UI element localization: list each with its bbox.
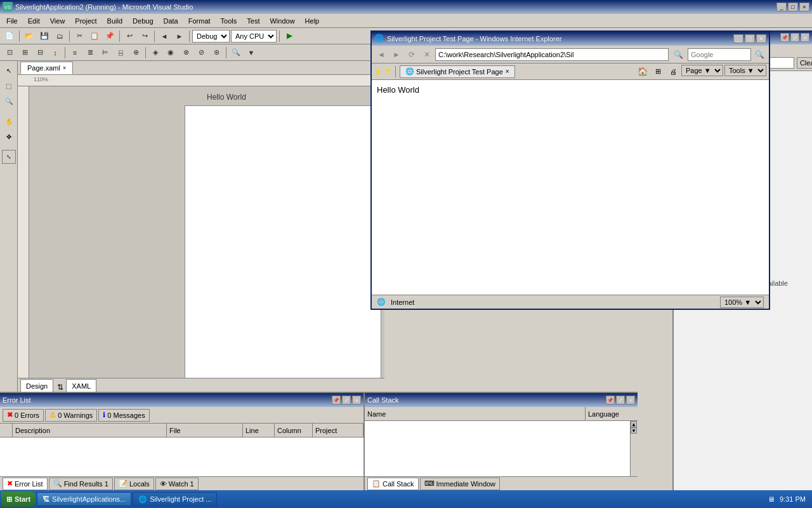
- tb2-btn3[interactable]: ⊟: [33, 46, 47, 60]
- properties-float-button[interactable]: ⤢: [790, 33, 799, 42]
- play-button[interactable]: ▶: [282, 29, 296, 43]
- error-list-tab[interactable]: ✖ Error List: [3, 478, 48, 490]
- design-view-tab[interactable]: Design: [20, 379, 53, 392]
- save-all-button[interactable]: 🗂: [53, 29, 67, 43]
- tb2-btn14[interactable]: ⊛: [209, 46, 223, 60]
- ie-tab-active[interactable]: 🌐 Silverlight Project Test Page ×: [400, 65, 515, 78]
- swap-tabs-icon[interactable]: ⇅: [57, 383, 63, 392]
- ie-zoom-combo[interactable]: 100% ▼: [720, 297, 764, 308]
- debug-config-combo[interactable]: Debug: [192, 30, 230, 43]
- callstack-pin-button[interactable]: 📌: [606, 396, 615, 404]
- callstack-close-button[interactable]: ×: [626, 396, 635, 404]
- tb2-btn9[interactable]: ⊕: [129, 46, 143, 60]
- ie-home-button[interactable]: 🏠: [636, 65, 650, 79]
- ie-forward-button[interactable]: ►: [390, 48, 403, 62]
- redo-button[interactable]: ↪: [138, 29, 152, 43]
- eth-column-col[interactable]: Column: [275, 424, 313, 437]
- cut-button[interactable]: ✂: [72, 29, 86, 43]
- tb2-btn4[interactable]: ↕: [48, 46, 62, 60]
- ie-back-button[interactable]: ◄: [374, 48, 388, 62]
- open-button[interactable]: 📂: [22, 29, 36, 43]
- tb2-btn2[interactable]: ⊞: [18, 46, 32, 60]
- eth-description-col[interactable]: Description: [13, 424, 167, 437]
- favorites-star-icon[interactable]: ★: [374, 67, 383, 77]
- ie-maximize-button[interactable]: □: [745, 34, 755, 43]
- platform-combo[interactable]: Any CPU: [231, 30, 277, 43]
- tb2-btn10[interactable]: ◈: [148, 46, 162, 60]
- ie-page-dropdown[interactable]: Page ▼: [681, 65, 723, 76]
- menu-file[interactable]: File: [1, 16, 23, 26]
- design-tab-close-button[interactable]: ×: [63, 65, 66, 71]
- locals-tab[interactable]: 📝 Locals: [114, 478, 154, 490]
- clear-search-button[interactable]: Clear: [797, 57, 812, 69]
- eth-line-col[interactable]: Line: [243, 424, 275, 437]
- menu-edit[interactable]: Edit: [23, 16, 45, 26]
- callstack-scroll-up[interactable]: ▲: [631, 421, 637, 427]
- copy-button[interactable]: 📋: [88, 29, 102, 43]
- tb2-btn1[interactable]: ⊡: [3, 46, 16, 60]
- ie-stop-button[interactable]: ✕: [420, 48, 434, 62]
- watch-tab[interactable]: 👁 Watch 1: [155, 478, 199, 490]
- properties-close-button[interactable]: ×: [801, 33, 809, 42]
- error-list-close-button[interactable]: ×: [352, 396, 361, 404]
- error-list-pin-button[interactable]: 📌: [332, 396, 341, 404]
- tb2-btn7[interactable]: ⊨: [98, 46, 112, 60]
- menu-test[interactable]: Test: [242, 16, 265, 26]
- ie-taskbar-button[interactable]: 🌐 Silverlight Project ...: [133, 492, 217, 506]
- design-tab-page-xaml[interactable]: Page.xaml ×: [20, 62, 73, 74]
- eth-project-col[interactable]: Project: [313, 424, 363, 437]
- menu-project[interactable]: Project: [70, 16, 102, 26]
- immediate-window-tab[interactable]: ⌨ Immediate Window: [420, 478, 501, 490]
- tool-select[interactable]: ⬚: [2, 79, 16, 93]
- close-button[interactable]: ×: [799, 3, 809, 11]
- eth-file-col[interactable]: File: [167, 424, 243, 437]
- tool-pointer[interactable]: ↖: [2, 64, 16, 77]
- callstack-lang-col[interactable]: Language: [586, 407, 630, 420]
- tool-pan[interactable]: ✋: [2, 114, 16, 128]
- ie-address-input[interactable]: [435, 48, 669, 61]
- ie-tab-close-button[interactable]: ×: [506, 68, 509, 75]
- menu-window[interactable]: Window: [265, 16, 299, 26]
- ie-minimize-button[interactable]: _: [733, 34, 743, 43]
- menu-help[interactable]: Help: [300, 16, 325, 26]
- nav-forward-button[interactable]: ►: [173, 29, 187, 43]
- warnings-filter-button[interactable]: ⚠ 0 Warnings: [45, 409, 97, 422]
- menu-format[interactable]: Format: [183, 16, 216, 26]
- tool-move[interactable]: ✥: [2, 130, 16, 144]
- tb2-btn11[interactable]: ◉: [164, 46, 178, 60]
- tb2-search-btn[interactable]: 🔍: [229, 46, 243, 60]
- start-button[interactable]: ⊞ Start: [1, 491, 36, 507]
- minimize-button[interactable]: _: [776, 3, 787, 11]
- tb2-btn13[interactable]: ⊘: [194, 46, 208, 60]
- ie-print-button[interactable]: 🖨: [666, 65, 680, 79]
- callstack-tab[interactable]: 📋 Call Stack: [367, 478, 419, 490]
- vs-taskbar-button[interactable]: 🏗 SilverlightApplications...: [37, 492, 131, 506]
- callstack-scrollbar-v[interactable]: ▲ ▼: [630, 421, 638, 476]
- nav-back-button[interactable]: ◄: [157, 29, 171, 43]
- messages-filter-button[interactable]: ℹ 0 Messages: [98, 409, 149, 422]
- maximize-button[interactable]: □: [788, 3, 798, 11]
- tb2-btn5[interactable]: ≡: [68, 46, 82, 60]
- menu-tools[interactable]: Tools: [216, 16, 242, 26]
- tb2-btn12[interactable]: ⊗: [179, 46, 193, 60]
- menu-data[interactable]: Data: [159, 16, 183, 26]
- paste-button[interactable]: 📌: [103, 29, 117, 43]
- save-button[interactable]: 💾: [37, 29, 51, 43]
- tb2-btn6[interactable]: ≣: [83, 46, 97, 60]
- ie-search-go-icon[interactable]: 🔍: [752, 48, 766, 62]
- callstack-float-button[interactable]: ⤢: [616, 396, 625, 404]
- error-list-float-button[interactable]: ⤢: [342, 396, 351, 404]
- ie-close-button[interactable]: ×: [756, 34, 766, 43]
- properties-pin-button[interactable]: 📌: [780, 33, 789, 42]
- ie-feeds-button[interactable]: ⊞: [651, 65, 665, 79]
- favorites-add-icon[interactable]: ⚑: [385, 67, 391, 76]
- callstack-scroll-down[interactable]: ▼: [631, 427, 637, 434]
- menu-view[interactable]: View: [45, 16, 70, 26]
- new-project-button[interactable]: 📄: [3, 29, 16, 43]
- tb2-btn8[interactable]: ⌸: [114, 46, 128, 60]
- xaml-view-tab[interactable]: XAML: [66, 379, 96, 392]
- callstack-name-col[interactable]: Name: [365, 407, 586, 420]
- undo-button[interactable]: ↩: [122, 29, 136, 43]
- ie-tools-dropdown[interactable]: Tools ▼: [724, 65, 766, 76]
- tb2-dropdown-btn[interactable]: ▼: [244, 46, 258, 60]
